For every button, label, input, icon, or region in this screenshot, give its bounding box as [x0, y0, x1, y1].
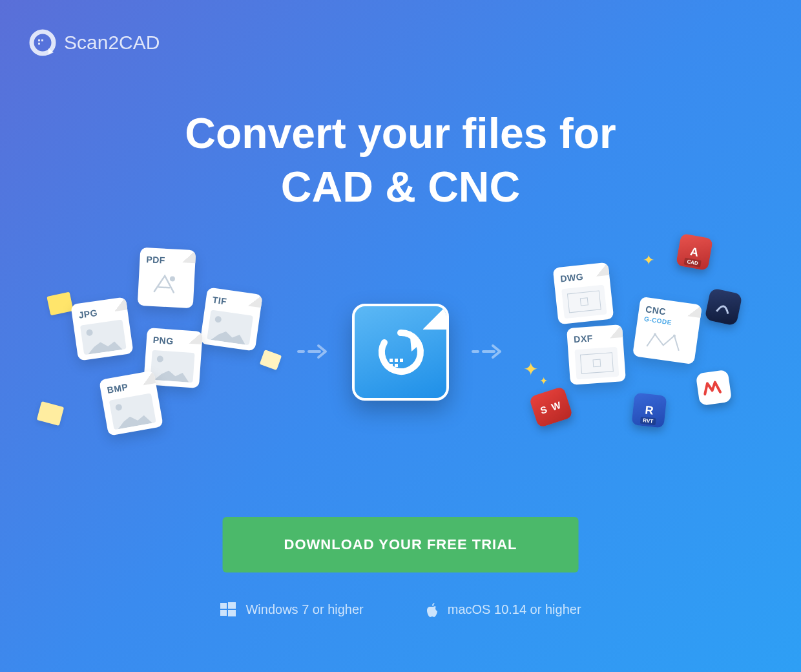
arrow-right-icon [472, 338, 504, 367]
app-badge-letter: S W [539, 399, 563, 416]
svg-rect-3 [38, 43, 40, 45]
svg-rect-16 [220, 603, 227, 609]
file-label: TIF [212, 295, 256, 311]
conversion-flow: PDF TIF JPG PNG BMP [0, 255, 801, 449]
headline: Convert your files for CAD & CNC [0, 107, 801, 213]
platform-mac: macOS 10.14 or higher [422, 601, 581, 618]
app-badge-revit: R RVT [632, 393, 667, 428]
brand-logo-icon [29, 29, 56, 56]
headline-line-1: Convert your files for [0, 107, 801, 160]
file-label: DXF [574, 331, 617, 345]
app-badge-letter: A [689, 245, 700, 260]
brand-name: Scan2CAD [64, 32, 160, 54]
brand-logo: Scan2CAD [29, 29, 160, 56]
file-card-pdf: PDF [138, 247, 196, 308]
app-badge-solidworks: S W [529, 386, 574, 428]
file-card-cnc: CNC G-CODE [632, 297, 702, 364]
file-label: PNG [152, 335, 196, 348]
app-badge-letter: R [644, 403, 654, 417]
app-badge-archicad [704, 288, 742, 326]
download-trial-button[interactable]: DOWNLOAD YOUR FREE TRIAL [223, 517, 579, 572]
svg-rect-8 [395, 359, 398, 362]
svg-rect-1 [38, 39, 40, 41]
svg-rect-11 [395, 364, 398, 367]
app-badge-autocad: A CAD [676, 233, 713, 271]
arrow-right-icon [297, 338, 329, 367]
sparkle-icon: ✦ [523, 359, 538, 380]
windows-icon [220, 601, 236, 618]
platforms-row: Windows 7 or higher macOS 10.14 or highe… [0, 601, 801, 618]
sticky-note-icon [260, 350, 282, 370]
svg-rect-7 [390, 359, 393, 362]
file-card-tif: TIF [200, 287, 262, 351]
app-badge-mastercam [696, 370, 732, 406]
app-badge-sub: CAD [684, 258, 702, 268]
platform-label: Windows 7 or higher [245, 602, 363, 617]
svg-rect-2 [41, 39, 43, 41]
app-badge-sub: RVT [640, 417, 656, 425]
file-card-dxf: DXF [567, 324, 626, 385]
input-files-cluster: PDF TIF JPG PNG BMP [55, 255, 275, 449]
file-card-bmp: BMP [99, 370, 163, 436]
file-card-jpg: JPG [70, 297, 133, 361]
sticky-note-icon [47, 292, 73, 316]
file-label: DWG [560, 269, 603, 284]
svg-rect-19 [228, 610, 236, 616]
platform-label: macOS 10.14 or higher [448, 602, 581, 617]
apple-icon [422, 601, 439, 618]
headline-line-2: CAD & CNC [0, 160, 801, 214]
svg-rect-9 [400, 359, 403, 362]
scan2cad-app-icon [352, 304, 449, 401]
file-label: PDF [146, 254, 189, 266]
svg-rect-10 [390, 364, 393, 367]
sparkle-icon: ✦ [539, 375, 548, 387]
file-label: JPG [78, 304, 122, 320]
file-label: BMP [107, 378, 151, 395]
file-card-dwg: DWG [553, 262, 614, 325]
platform-windows: Windows 7 or higher [220, 601, 363, 618]
svg-rect-17 [228, 602, 236, 609]
output-files-cluster: ✦ ✦ ✦ A CAD R RVT S W DWG DXF CNC [526, 255, 746, 449]
svg-point-4 [170, 276, 175, 281]
sparkle-icon: ✦ [643, 252, 654, 269]
sticky-note-icon [37, 401, 65, 426]
svg-rect-18 [220, 610, 227, 616]
